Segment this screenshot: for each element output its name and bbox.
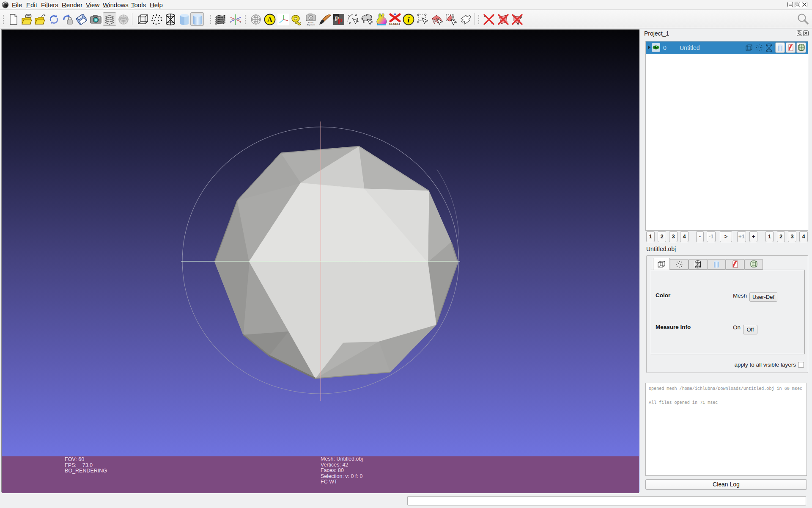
svg-text:Alignment: Alignment: [307, 24, 315, 26]
svg-text:i: i: [407, 15, 410, 24]
svg-text:GEOREF: GEOREF: [389, 22, 401, 25]
svg-text:A: A: [267, 16, 273, 24]
svg-text:P: P: [337, 17, 343, 25]
svg-text:x: x: [240, 21, 241, 23]
